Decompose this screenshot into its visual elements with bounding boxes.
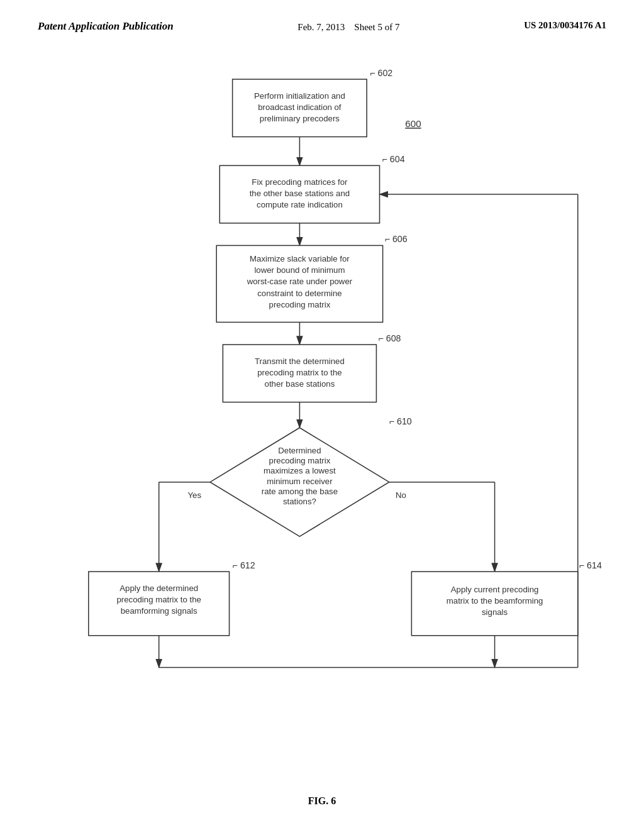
svg-text:constraint to determine: constraint to determine xyxy=(257,288,341,297)
svg-text:beamforming signals: beamforming signals xyxy=(121,606,197,616)
node-608-label: ⌐ 608 xyxy=(378,333,401,343)
svg-text:Perform initialization and: Perform initialization and xyxy=(254,91,345,100)
node-606-label: ⌐ 606 xyxy=(385,234,408,244)
flowchart-svg: ⌐ 602 Perform initialization and broadca… xyxy=(0,41,644,795)
figure-label: FIG. 6 xyxy=(0,795,644,819)
svg-text:minimum receiver: minimum receiver xyxy=(267,476,333,485)
sheet-label: Sheet 5 of 7 xyxy=(354,22,399,32)
svg-text:signals: signals xyxy=(482,607,508,617)
node-612-label: ⌐ 612 xyxy=(233,560,255,570)
node-610-label: ⌐ 610 xyxy=(389,416,412,426)
page-header: Patent Application Publication Feb. 7, 2… xyxy=(0,0,644,41)
svg-text:stations?: stations? xyxy=(283,497,316,506)
svg-text:precoding matrix to the: precoding matrix to the xyxy=(257,367,341,377)
svg-text:rate among the base: rate among the base xyxy=(262,487,338,496)
svg-text:precoding matrix: precoding matrix xyxy=(269,456,331,465)
svg-text:compute rate indication: compute rate indication xyxy=(257,200,343,209)
svg-text:broadcast indication of: broadcast indication of xyxy=(258,102,341,111)
svg-text:Maximize slack variable for: Maximize slack variable for xyxy=(250,253,350,263)
svg-text:preliminary precoders: preliminary precoders xyxy=(260,114,340,123)
no-label: No xyxy=(396,490,406,500)
svg-text:matrix to the beamforming: matrix to the beamforming xyxy=(447,595,543,605)
node-614-label: ⌐ 614 xyxy=(579,560,602,570)
svg-text:lower bound of minimum: lower bound of minimum xyxy=(254,265,345,275)
svg-text:maximizes a lowest: maximizes a lowest xyxy=(264,466,336,475)
svg-text:other base stations: other base stations xyxy=(265,379,335,389)
svg-text:precoding matrix to the: precoding matrix to the xyxy=(116,594,201,604)
date-label: Feb. 7, 2013 xyxy=(297,22,345,32)
svg-text:the other base stations and: the other base stations and xyxy=(250,189,350,198)
svg-text:Fix precoding matrices for: Fix precoding matrices for xyxy=(252,177,348,186)
patent-number-label: US 2013/0034176 A1 xyxy=(524,19,606,31)
svg-text:Determined: Determined xyxy=(278,445,321,455)
node-600-label: 600 xyxy=(405,118,421,129)
node-604-label: ⌐ 604 xyxy=(382,154,405,164)
date-sheet-label: Feb. 7, 2013 Sheet 5 of 7 xyxy=(297,19,399,35)
publication-label: Patent Application Publication xyxy=(38,19,174,34)
svg-text:precoding matrix: precoding matrix xyxy=(269,300,331,309)
yes-label: Yes xyxy=(187,490,201,500)
svg-text:worst-case rate under power: worst-case rate under power xyxy=(247,277,353,286)
svg-text:Apply current precoding: Apply current precoding xyxy=(451,584,539,594)
node-602-label: ⌐ 602 xyxy=(370,67,392,77)
svg-text:Transmit the determined: Transmit the determined xyxy=(255,356,345,365)
diagram-area: ⌐ 602 Perform initialization and broadca… xyxy=(0,41,644,795)
svg-text:Apply the determined: Apply the determined xyxy=(119,583,198,592)
